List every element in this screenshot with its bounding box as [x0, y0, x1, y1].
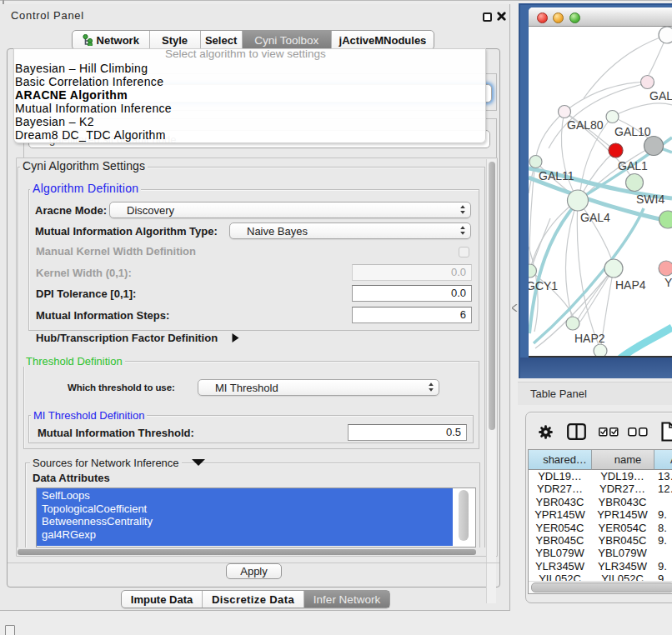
svg-text:GAL4: GAL4	[580, 211, 610, 224]
svg-text:YJ: YJ	[664, 276, 672, 289]
svg-text:GAL80: GAL80	[567, 118, 604, 132]
svg-text:HAP4: HAP4	[615, 278, 646, 292]
svg-text:GAL2: GAL2	[649, 89, 672, 102]
svg-text:SWI4: SWI4	[636, 192, 664, 206]
svg-text:HAP2: HAP2	[574, 332, 605, 345]
svg-text:GAL1: GAL1	[618, 159, 648, 172]
svg-text:GAL11: GAL11	[539, 169, 574, 182]
svg-text:GCY1: GCY1	[529, 279, 558, 292]
svg-text:GAL10: GAL10	[614, 125, 651, 138]
